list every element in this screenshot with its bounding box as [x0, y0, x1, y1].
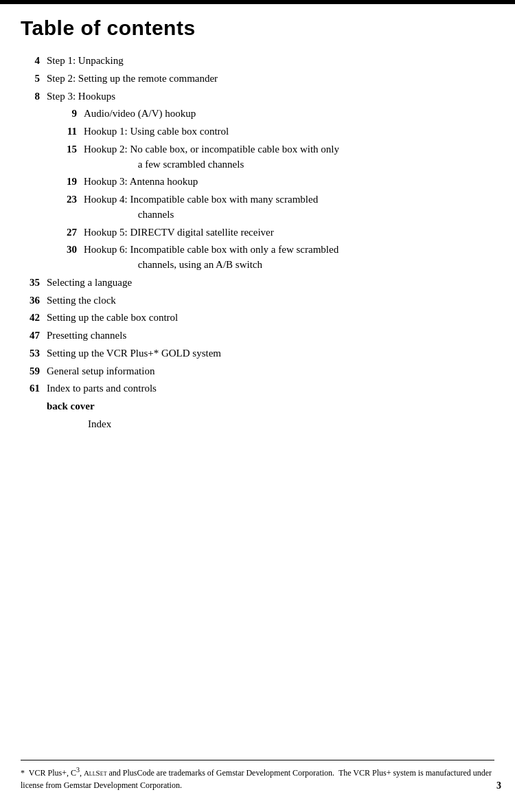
toc-text-42: Setting up the cable box control: [47, 311, 178, 326]
page-number: 3: [496, 780, 501, 791]
toc-row-backcover: back cover: [21, 399, 494, 414]
toc-text-9: Audio/video (A/V) hookup: [84, 106, 196, 122]
toc-text-27: Hookup 5: DIRECTV digital satellite rece…: [84, 225, 274, 240]
toc-text-23: Hookup 4: Incompatible cable box with ma…: [84, 192, 318, 223]
toc-container: 4 Step 1: Unpacking 5 Step 2: Setting up…: [0, 47, 515, 442]
toc-row-36: 36 Setting the clock: [21, 293, 494, 308]
toc-pagenum-5: 5: [21, 71, 47, 87]
toc-row-19: 19 Hookup 3: Antenna hookup: [21, 174, 494, 190]
footnote-area: * VCR Plus+, C3, AllSet and PlusCode are…: [21, 760, 494, 791]
toc-pagenum-23: 23: [62, 192, 84, 207]
toc-text-5: Step 2: Setting up the remote commander: [47, 71, 218, 87]
toc-text-36: Setting the clock: [47, 293, 116, 308]
toc-row-53: 53 Setting up the VCR Plus+* GOLD system: [21, 346, 494, 361]
toc-text-61: Index to parts and controls: [47, 381, 157, 396]
toc-row-47: 47 Presetting channels: [21, 328, 494, 343]
toc-pagenum-59: 59: [21, 364, 47, 379]
toc-text-4: Step 1: Unpacking: [47, 54, 124, 69]
toc-pagenum-19: 19: [62, 174, 84, 190]
toc-row-30: 30 Hookup 6: Incompatible cable box with…: [21, 243, 494, 273]
toc-row-42: 42 Setting up the cable box control: [21, 311, 494, 326]
toc-pagenum-35: 35: [21, 275, 47, 291]
toc-pagenum-61: 61: [21, 381, 47, 396]
toc-row-59: 59 General setup information: [21, 364, 494, 379]
toc-text-8: Step 3: Hookups: [47, 89, 115, 104]
toc-pagenum-42: 42: [21, 311, 47, 326]
toc-text-index: Index: [88, 417, 111, 432]
toc-pagenum-4: 4: [21, 54, 47, 69]
title-area: Table of contents: [0, 4, 515, 47]
toc-pagenum-8: 8: [21, 89, 47, 104]
toc-row-27: 27 Hookup 5: DIRECTV digital satellite r…: [21, 225, 494, 240]
toc-pagenum-53: 53: [21, 346, 47, 361]
toc-row-9: 9 Audio/video (A/V) hookup: [21, 106, 494, 122]
toc-row-5: 5 Step 2: Setting up the remote commande…: [21, 71, 494, 87]
footnote-text: * VCR Plus+, C3, AllSet and PlusCode are…: [21, 765, 494, 791]
toc-text-30: Hookup 6: Incompatible cable box with on…: [84, 243, 339, 273]
page-title: Table of contents: [21, 16, 494, 40]
toc-pagenum-backcover: [21, 399, 47, 413]
toc-pagenum-27: 27: [62, 225, 84, 240]
toc-text-59: General setup information: [47, 364, 154, 379]
toc-text-47: Presetting channels: [47, 328, 126, 343]
toc-pagenum-47: 47: [21, 328, 47, 343]
toc-pagenum-9: 9: [62, 106, 84, 122]
toc-text-15: Hookup 2: No cable box, or incompatible …: [84, 142, 339, 172]
toc-text-backcover: back cover: [47, 399, 95, 414]
toc-row-8: 8 Step 3: Hookups: [21, 89, 494, 104]
toc-text-53: Setting up the VCR Plus+* GOLD system: [47, 346, 221, 361]
toc-row-4: 4 Step 1: Unpacking: [21, 54, 494, 69]
toc-row-23: 23 Hookup 4: Incompatible cable box with…: [21, 192, 494, 223]
toc-text-11: Hookup 1: Using cable box control: [84, 124, 229, 139]
toc-text-19: Hookup 3: Antenna hookup: [84, 174, 198, 190]
toc-row-35: 35 Selecting a language: [21, 275, 494, 291]
toc-pagenum-11: 11: [62, 124, 84, 139]
toc-row-11: 11 Hookup 1: Using cable box control: [21, 124, 494, 139]
toc-pagenum-30: 30: [62, 243, 84, 258]
toc-pagenum-36: 36: [21, 293, 47, 308]
toc-row-15: 15 Hookup 2: No cable box, or incompatib…: [21, 142, 494, 172]
toc-row-61: 61 Index to parts and controls: [21, 381, 494, 396]
toc-text-35: Selecting a language: [47, 275, 132, 291]
toc-row-index: Index: [21, 417, 494, 432]
toc-pagenum-15: 15: [62, 142, 84, 157]
